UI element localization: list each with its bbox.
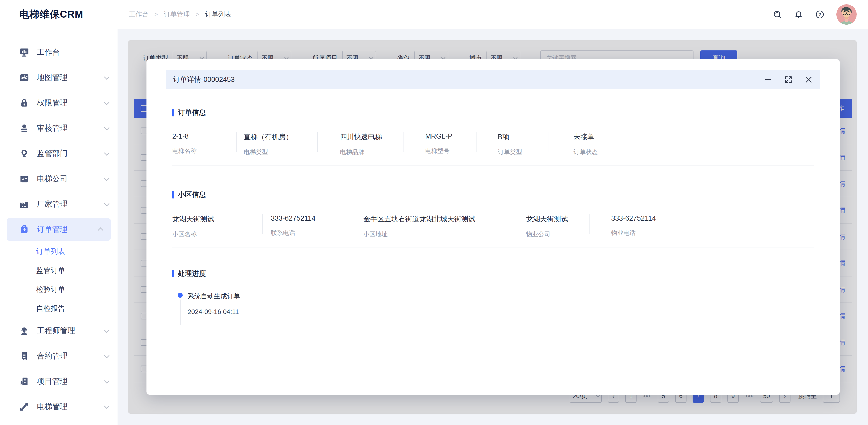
breadcrumb-separator: >: [196, 11, 199, 18]
sidebar-item-elevator-company[interactable]: 电梯公司: [0, 166, 118, 191]
sidebar-item-label: 订单管理: [37, 224, 68, 235]
app-logo: 电梯维保CRM: [19, 0, 83, 29]
lock-icon: [19, 98, 29, 108]
timeline-rail: [178, 292, 183, 325]
sidebar-item-permissions[interactable]: 权限管理: [0, 90, 118, 116]
bell-icon[interactable]: [794, 10, 803, 19]
field-property-phone: 333-62752114 物业电话: [611, 214, 656, 237]
sidebar-item-map[interactable]: 地图管理: [0, 65, 118, 90]
field-divider: [589, 214, 590, 234]
sidebar-item-projects[interactable]: 项目管理: [0, 369, 118, 394]
close-icon[interactable]: [804, 75, 813, 84]
order-icon: [19, 224, 29, 235]
section-accent-bar: [172, 191, 174, 199]
sidebar-item-engineers[interactable]: 工程师管理: [0, 318, 118, 343]
sidebar-subitem-order-list[interactable]: 订单列表: [0, 242, 118, 261]
chevron-down-icon: [104, 175, 110, 181]
map-icon: [19, 72, 29, 83]
chevron-down-icon: [104, 74, 110, 80]
sidebar-item-elevators[interactable]: 电梯管理: [0, 394, 118, 419]
chevron-down-icon: [104, 99, 110, 105]
field-label: 电梯类型: [244, 148, 293, 156]
field-elevator-type: 直梯（有机房） 电梯类型: [244, 132, 293, 156]
field-elevator-model: MRGL-P 电梯型号: [425, 132, 453, 155]
app-screen: 电梯维保CRM 工作台 > 订单管理 > 订单列表 ?: [0, 0, 868, 425]
audit-icon: [19, 123, 29, 133]
section-divider: [172, 247, 814, 248]
sidebar-item-workbench[interactable]: 工作台: [0, 39, 118, 65]
sidebar-subitem-label: 订单列表: [36, 247, 65, 256]
sidebar-item-contracts[interactable]: 合约管理: [0, 343, 118, 369]
field-label: 联系电话: [271, 229, 315, 237]
contract-icon: [19, 351, 29, 361]
chevron-down-icon: [104, 150, 110, 155]
field-divider: [317, 132, 318, 152]
avatar[interactable]: [836, 4, 857, 25]
sidebar: 工作台 地图管理 权限管理: [0, 29, 118, 425]
sidebar-item-factory[interactable]: 厂家管理: [0, 191, 118, 217]
elevator-company-icon: [19, 174, 29, 184]
field-value: 直梯（有机房）: [244, 132, 293, 142]
field-label: 电梯品牌: [340, 148, 382, 156]
sidebar-item-orders[interactable]: 订单管理: [7, 218, 111, 241]
breadcrumb: 工作台 > 订单管理 > 订单列表: [129, 0, 231, 29]
timeline-line: [180, 300, 181, 325]
sidebar-item-audit[interactable]: 审核管理: [0, 116, 118, 141]
search-icon[interactable]: [773, 10, 782, 19]
chevron-down-icon: [104, 378, 110, 384]
field-label: 订单状态: [574, 148, 598, 156]
field-property-company: 龙湖天街测试 物业公司: [526, 214, 568, 238]
field-divider: [403, 132, 403, 152]
timeline-event-time: 2024-09-16 04:11: [188, 308, 240, 315]
section-title-community-info: 小区信息: [172, 190, 814, 200]
chevron-down-icon: [104, 403, 110, 409]
section-title-text: 小区信息: [178, 190, 206, 200]
timeline-dot: [178, 293, 183, 298]
order-info-fields: 2-1-8 电梯名称 直梯（有机房） 电梯类型 四川快速电梯 电梯品牌 MRGL…: [172, 132, 814, 157]
chevron-down-icon: [104, 201, 110, 206]
sidebar-menu: 工作台 地图管理 权限管理: [0, 29, 118, 419]
sidebar-subitem-supervision-orders[interactable]: 监管订单: [0, 261, 118, 280]
field-divider: [476, 132, 476, 152]
svg-text:?: ?: [818, 12, 822, 17]
supervision-icon: [19, 149, 29, 158]
sidebar-subitem-inspection-orders[interactable]: 检验订单: [0, 280, 118, 299]
help-icon[interactable]: ?: [815, 10, 825, 19]
field-elevator-brand: 四川快速电梯 电梯品牌: [340, 132, 382, 156]
sidebar-subitem-label: 监管订单: [36, 266, 65, 276]
section-accent-bar: [172, 109, 174, 116]
workbench-icon: [19, 47, 29, 57]
field-value: 未接单: [574, 132, 598, 142]
project-icon: [19, 376, 29, 386]
field-label: 电梯名称: [172, 147, 197, 155]
maximize-icon[interactable]: [784, 75, 793, 84]
field-value: 333-62752114: [611, 214, 656, 222]
section-title-text: 订单信息: [178, 108, 206, 117]
field-elevator-name: 2-1-8 电梯名称: [172, 132, 197, 155]
sidebar-subitem-label: 自检报告: [36, 304, 65, 313]
minimize-icon[interactable]: [764, 75, 772, 84]
field-divider: [343, 214, 343, 234]
factory-icon: [19, 199, 29, 209]
sidebar-item-label: 地图管理: [37, 72, 68, 83]
modal-body: 订单信息 2-1-8 电梯名称 直梯（有机房） 电梯类型 四川快速电梯 电梯品牌: [147, 108, 840, 325]
modal-window-controls: [764, 75, 813, 84]
topbar-actions: ?: [773, 0, 857, 29]
field-value: B项: [498, 132, 522, 142]
field-contact-phone: 333-62752114 联系电话: [271, 214, 315, 237]
sidebar-item-supervision[interactable]: 监管部门: [0, 141, 118, 166]
field-divider: [503, 214, 503, 234]
chevron-up-icon: [98, 227, 103, 233]
breadcrumb-item[interactable]: 订单管理: [164, 10, 190, 19]
field-community-address: 金牛区五块石街道龙湖北城天街测试 小区地址: [363, 214, 475, 238]
field-value: MRGL-P: [425, 132, 453, 141]
progress-timeline: 系统自动生成订单 2024-09-16 04:11: [172, 292, 814, 325]
sidebar-subitem-self-check-report[interactable]: 自检报告: [0, 299, 118, 318]
section-title-progress: 处理进度: [172, 269, 814, 278]
field-divider: [262, 214, 263, 234]
chevron-down-icon: [104, 353, 110, 358]
breadcrumb-item[interactable]: 工作台: [129, 10, 149, 19]
field-label: 小区地址: [363, 230, 475, 238]
field-label: 物业公司: [526, 230, 568, 238]
sidebar-item-label: 监管部门: [37, 148, 68, 159]
